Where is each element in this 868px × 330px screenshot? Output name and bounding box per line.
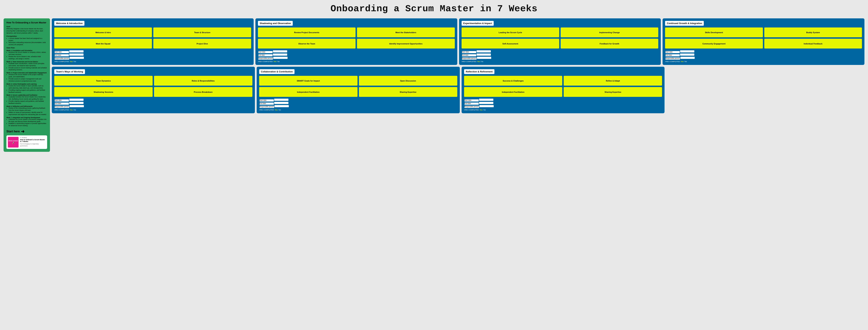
teams-resp-val [70,105,84,107]
state-flow-label: State Flow: [6,47,47,49]
section-welcome-introduction: Welcome & Introduction Welcome & Intro T… [52,19,254,65]
reflection-footer: Start date: End date: Responsible person… [464,99,662,111]
btn-leading-scrum[interactable]: Leading the Scrum Cycle [462,28,559,37]
week4-label: Week 4: Active Participation and Learnin… [6,83,47,85]
btn-meet-squad[interactable]: Meet the Squad [54,39,152,48]
section-collab-title: Collaboration & Contribution [259,69,294,74]
goal-label: Goal: [6,26,47,28]
collab-resp-label: Responsible person: [259,106,274,108]
welcome-area-completed: AREA COMPLETED: Yes / No [54,61,251,62]
board-container: How To Onboarding a Scrum Master Goal: E… [4,19,864,152]
prereq-1: A Scrum Master has been hired and assign… [8,37,47,42]
goal-text: Efficiently integrate a new Scrum Master… [6,28,47,34]
collab-no: No [279,109,281,111]
btn-observe-team[interactable]: Observe the Team [258,39,355,48]
preview-title: How to Onboard a Scrum Master in 7 Weeks [20,139,46,142]
ref-start-val [479,99,493,101]
start-here-section: Start here ➜ [6,129,47,134]
collab-end-date: End date: [259,102,457,105]
week1-item2: Review the Scrum Master's role, schedule… [8,56,47,60]
section-shadowing-observation: Shadowing and Observation Review Project… [255,19,457,65]
btn-skills-development[interactable]: Skills Development [665,28,763,37]
btn-success-challenges[interactable]: Success & Challenges [464,76,562,86]
section-continued-growth: Continued Growth & Integration Skills De… [662,19,864,65]
shadowing-end-label: End date: [258,54,273,56]
exp-resp-label: Responsible person: [462,58,476,60]
btn-open-discussion[interactable]: Open Discussion [359,76,457,86]
cont-end-label: End date: [665,54,680,56]
section-experimentation: Experimentation & Impact Leading the Scr… [459,19,661,65]
btn-smart-goals[interactable]: SMART Goals for Impact [259,76,358,86]
collab-end-val [274,102,288,104]
ref-yes: Yes [479,109,483,111]
prereq-2: Necessary onboarding resources (document… [8,41,47,46]
week6-item1: Review of the onboarding process, gather… [8,107,47,111]
btn-refine-adapt[interactable]: Refine & Adapt [564,76,662,86]
btn-identify-improvement[interactable]: Identify Improvement Opportunities [357,39,455,48]
info-card-title: How To Onboarding a Scrum Master [6,21,47,24]
week5-item1: Gradually transition the Scrum Master in… [8,96,47,100]
btn-project-dive[interactable]: Project Dive [153,39,251,48]
cont-resp-label: Responsible person: [665,58,680,60]
ref-end-date: End date: [464,102,662,105]
week7-label: Week 7: Integration and Ongoing Developm… [6,117,47,119]
shadowing-no: No [278,61,280,62]
exp-area-completed: AREA COMPLETED: Yes / No [462,61,658,62]
welcome-end-label: End date: [55,54,69,56]
experimentation-footer: Start date: End date: Responsible person… [462,50,658,62]
teams-footer: Start date: End date: Responsible person… [54,99,252,111]
shadowing-start-date: Start date: [258,50,455,53]
btn-review-docs[interactable]: Review Project Documents [258,28,355,37]
btn-sharing-expertise-r[interactable]: Sharing Expertise [564,87,662,97]
shadowing-end-date: End date: [258,54,455,56]
week2-item1: Facilitate team introductions, review Sc… [8,63,47,67]
btn-process-breakdown[interactable]: Process Breakdown [154,87,252,97]
shadowing-buttons: Review Project Documents Meet the Stakeh… [258,28,455,48]
btn-roles-responsibilities[interactable]: Roles & Responsibilities [154,76,252,86]
btn-meet-stakeholders[interactable]: Meet the Stakeholders [357,28,455,37]
row-1: Welcome & Introduction Welcome & Intro T… [52,19,864,65]
exp-end-label: End date: [462,54,476,56]
welcome-footer: Start date: End date: Responsible person… [54,50,251,62]
start-here-label: Start here [6,130,20,133]
week6-label: Week 6: Reflection and Refinements [6,105,47,107]
btn-self-assessment[interactable]: Self-Assessment [462,39,559,48]
cont-responsible: Responsible person: [665,57,862,60]
section-reflection-title: Reflection & Refinement [464,69,494,74]
preview-thumbnail: DRIVE CHANGE 🚀 [8,137,19,147]
arrow-icon: ➜ [21,129,25,134]
btn-independent-facilitation[interactable]: Independent Facilitation [259,87,358,97]
btn-sharing-expertise[interactable]: Sharing Expertise [359,87,457,97]
preview-tag: MiroBest [20,137,46,138]
teams-resp-label: Responsible person: [55,106,69,108]
teams-buttons: Team Dynamics Roles & Responsibilities S… [54,76,252,97]
collab-start-label: Start date: [259,99,274,101]
section-welcome-title: Welcome & Introduction [54,21,85,26]
btn-implementing-change[interactable]: Implementing Change [561,28,658,37]
btn-indep-facilitation-r[interactable]: Independent Facilitation [464,87,562,97]
section-teams-ways: Team's Ways of Working Team Dynamics Rol… [52,67,255,113]
cont-start-label: Start date: [665,51,680,53]
section-teams-title: Team's Ways of Working [54,69,85,74]
btn-welcome-intro[interactable]: Welcome & Intro [54,28,152,37]
exp-resp-val [477,57,491,59]
cont-yes: Yes [681,61,684,62]
btn-shadowing-sessions[interactable]: Shadowing Sessions [54,87,153,97]
btn-feedback-growth[interactable]: Feedback for Growth [561,39,658,48]
btn-team-structure[interactable]: Team & Structure [153,28,251,37]
welcome-start-label: Start date: [55,51,69,53]
tag-dot [20,137,22,138]
btn-individual-feedback[interactable]: Individual Feedback [764,39,862,48]
collab-footer: Start date: End date: Responsible person… [259,99,457,111]
collab-start-val [274,99,288,101]
btn-community-engagement[interactable]: Community Engagement [665,39,763,48]
experimentation-buttons: Leading the Scrum Cycle Implementing Cha… [462,28,658,48]
teams-responsible: Responsible person: [54,105,252,108]
sections-grid: Welcome & Introduction Welcome & Intro T… [52,19,864,152]
cont-area-completed: AREA COMPLETED: Yes / No [665,61,862,62]
preview-card[interactable]: DRIVE CHANGE 🚀 MiroBest How to Onboard a… [6,135,47,149]
shadowing-resp-label: Responsible person: [258,58,273,60]
exp-start-label: Start date: [462,51,476,53]
btn-team-dynamics[interactable]: Team Dynamics [54,76,153,86]
btn-buddy-system[interactable]: Buddy System [764,28,862,37]
